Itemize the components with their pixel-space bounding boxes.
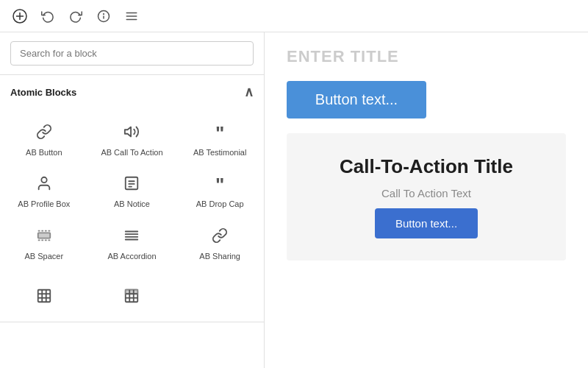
spacer-icon <box>36 227 52 247</box>
block-ab-profile-label: AB Profile Box <box>18 199 70 209</box>
page-faded-title: ENTER TITLE <box>287 47 566 66</box>
block-inserter-sidebar: Atomic Blocks ∧ AB Button <box>0 32 265 368</box>
accordion-icon <box>123 227 140 247</box>
top-button[interactable]: Button text... <box>287 81 426 118</box>
info-button[interactable] <box>93 5 115 27</box>
cta-text: Call To Action Text <box>381 187 471 199</box>
chevron-up-icon: ∧ <box>244 84 254 100</box>
search-wrapper <box>0 32 264 75</box>
notice-icon <box>123 175 140 194</box>
structured-table-icon <box>123 288 140 307</box>
search-input[interactable] <box>10 41 254 66</box>
atomic-blocks-category: Atomic Blocks ∧ AB Button <box>0 75 264 322</box>
block-item-ab-drop-cap[interactable]: " AB Drop Cap <box>176 166 264 218</box>
block-item-ab-sharing[interactable]: AB Sharing <box>176 219 264 270</box>
block-item-ab-call-to-action[interactable]: AB Call To Action <box>88 115 176 166</box>
content-area: ENTER TITLE Button text... Call-To-Actio… <box>265 32 588 368</box>
undo-button[interactable] <box>37 5 59 27</box>
cta-title: Call-To-Action Title <box>340 155 513 178</box>
block-grid: AB Button AB Call To Action " AB Testimo… <box>0 109 264 276</box>
block-ab-sharing-label: AB Sharing <box>199 251 240 261</box>
block-ab-dropcap-label: AB Drop Cap <box>196 199 244 209</box>
block-ab-notice-label: AB Notice <box>114 199 150 209</box>
redo-button[interactable] <box>65 5 87 27</box>
block-item-ab-notice[interactable]: AB Notice <box>88 166 176 218</box>
megaphone-icon <box>123 124 140 143</box>
block-ab-cta-label: AB Call To Action <box>101 147 162 158</box>
svg-point-10 <box>41 177 46 183</box>
person-icon <box>36 175 52 194</box>
cta-button[interactable]: Button text... <box>375 208 478 238</box>
sharing-icon <box>212 227 228 247</box>
dropcap-quote-icon: " <box>215 175 224 194</box>
block-ab-button-label: AB Button <box>26 147 62 158</box>
block-ab-spacer-label: AB Spacer <box>25 251 64 261</box>
block-item-ab-button[interactable]: AB Button <box>0 115 88 166</box>
link-icon <box>36 124 52 143</box>
add-block-button[interactable] <box>9 5 31 27</box>
cta-block: Call-To-Action Title Call To Action Text… <box>287 133 566 261</box>
block-grid-bottom <box>0 276 264 322</box>
atomic-blocks-header[interactable]: Atomic Blocks ∧ <box>0 75 264 109</box>
menu-button[interactable] <box>121 5 143 27</box>
block-item-table[interactable] <box>0 279 88 316</box>
category-label: Atomic Blocks <box>10 87 76 98</box>
main-layout: Atomic Blocks ∧ AB Button <box>0 32 588 368</box>
block-item-ab-testimonial[interactable]: " AB Testimonial <box>176 115 264 166</box>
block-item-ab-spacer[interactable]: AB Spacer <box>0 219 88 270</box>
block-item-structured-table[interactable] <box>88 279 176 316</box>
block-item-ab-accordion[interactable]: AB Accordion <box>88 219 176 270</box>
quote-icon: " <box>215 124 224 143</box>
svg-marker-9 <box>125 127 131 137</box>
svg-rect-15 <box>38 233 51 238</box>
svg-rect-22 <box>38 290 51 302</box>
block-ab-testimonial-label: AB Testimonial <box>193 147 247 158</box>
block-item-ab-profile-box[interactable]: AB Profile Box <box>0 166 88 218</box>
toolbar <box>0 0 588 32</box>
table-icon <box>36 288 52 307</box>
block-ab-accordion-label: AB Accordion <box>107 251 156 261</box>
